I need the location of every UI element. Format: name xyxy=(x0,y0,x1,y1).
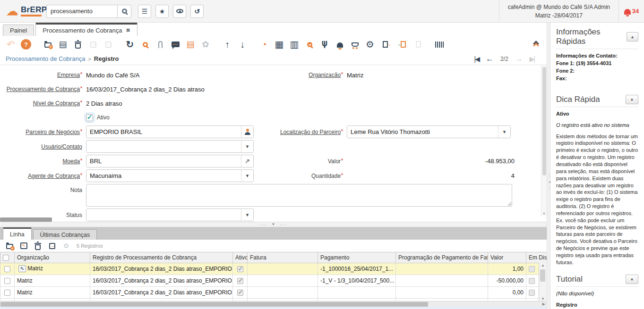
scrollbar-thumb[interactable] xyxy=(0,302,428,307)
collapse-section-button[interactable] xyxy=(626,95,638,104)
em-disputa-checkbox[interactable] xyxy=(529,278,535,284)
sidebar-splitter[interactable]: ⋮◂⋮ xyxy=(547,23,550,309)
print-button[interactable]: ▥ xyxy=(288,38,301,50)
undo-button[interactable]: ↶ xyxy=(5,38,17,50)
grid-edit-row-button[interactable]: ✎ xyxy=(19,241,28,251)
archive-button[interactable]: ▦ xyxy=(273,38,285,50)
row-edit-icon[interactable]: ✎ xyxy=(18,265,26,272)
row-checkbox[interactable] xyxy=(4,278,10,284)
workflow-button[interactable]: ⋔ xyxy=(318,38,331,50)
grid-delete-row-button[interactable] xyxy=(33,241,43,251)
col-ativo[interactable]: Ativo xyxy=(233,252,248,263)
agente-dropdown-button[interactable] xyxy=(241,170,253,182)
table-row[interactable]: Matriz 16/03/2017_Cobrança 2 dias_2 Dias… xyxy=(0,286,547,298)
logout-button[interactable] xyxy=(379,38,391,50)
status-dropdown-button[interactable] xyxy=(241,209,253,221)
scroll-down-icon[interactable]: ▼ xyxy=(542,212,546,215)
moeda-zoom-button[interactable] xyxy=(241,155,253,167)
grid-new-row-button[interactable] xyxy=(5,241,14,251)
delete-record-button[interactable] xyxy=(72,38,84,50)
export-doc-button[interactable] xyxy=(412,38,424,50)
ativo-cell-checkbox[interactable] xyxy=(237,278,243,284)
grid-save-row-button[interactable] xyxy=(47,241,57,251)
show-hide-button[interactable] xyxy=(173,5,186,18)
row-checkbox[interactable] xyxy=(4,290,10,296)
notifications-button[interactable] xyxy=(334,38,346,50)
scroll-right-icon[interactable]: ▶ xyxy=(542,302,545,306)
col-pagamento[interactable]: Pagamento xyxy=(318,252,396,263)
horizontal-splitter[interactable]: ··· ▼ ··· xyxy=(0,222,547,227)
customize-button[interactable]: ✿ xyxy=(199,38,212,50)
requests-button[interactable] xyxy=(349,38,361,50)
history-button[interactable]: ↺ xyxy=(190,5,204,18)
localizacao-input[interactable] xyxy=(347,126,498,138)
col-fatura[interactable]: Fatura xyxy=(248,252,318,263)
scroll-down-icon[interactable]: ▼ xyxy=(539,297,547,301)
parceiro-input[interactable] xyxy=(86,126,241,138)
save-button[interactable] xyxy=(87,38,99,50)
nota-input[interactable] xyxy=(86,184,512,207)
moeda-input[interactable] xyxy=(86,155,241,167)
breadcrumb-parent-link[interactable]: Processamento de Cobrança xyxy=(6,55,85,62)
brerp-logo[interactable]: ☁ BrERP xyxy=(0,6,45,17)
grid-vertical-scrollbar[interactable]: ▲ ▼ xyxy=(539,263,547,301)
select-all-checkbox[interactable] xyxy=(3,255,9,261)
parent-record-button[interactable]: ↑ xyxy=(221,38,233,50)
scrollbar-thumb[interactable] xyxy=(540,269,545,282)
table-row[interactable]: ✎ Matriz 16/03/2017_Cobrança 2 dias_2 Di… xyxy=(0,263,547,275)
tab-painel[interactable]: Painel xyxy=(3,25,34,36)
search-input[interactable] xyxy=(46,5,117,18)
previous-record-button[interactable]: ← xyxy=(486,54,494,64)
import-button[interactable] xyxy=(397,38,409,50)
col-registro[interactable]: Registro de Processamento de Cobrança xyxy=(90,252,233,263)
form-vertical-scrollbar[interactable]: ▼ xyxy=(541,65,547,216)
form-horizontal-scrollbar-thumb[interactable] xyxy=(0,217,52,222)
ativo-cell-checkbox[interactable] xyxy=(237,290,243,296)
close-tab-icon[interactable]: ✖ xyxy=(126,27,130,33)
new-record-button[interactable] xyxy=(42,38,54,50)
em-disputa-checkbox[interactable] xyxy=(529,266,535,272)
tab-ultimas-cobrancas[interactable]: Últimas Cobranças xyxy=(33,229,97,240)
ativo-cell-checkbox[interactable] xyxy=(237,266,243,272)
usuario-dropdown-button[interactable] xyxy=(241,141,253,152)
barcode-button[interactable] xyxy=(434,38,446,50)
collapse-section-button[interactable] xyxy=(626,275,638,284)
col-organizacao[interactable]: Organização xyxy=(15,252,90,263)
preferences-button[interactable]: ⚙ xyxy=(364,38,376,50)
save-create-button[interactable] xyxy=(102,38,114,50)
col-programacao[interactable]: Programação de Pagamento de Fatura xyxy=(396,252,488,263)
collapse-panel-button[interactable] xyxy=(534,42,542,48)
chart-button[interactable]: ◔ xyxy=(258,38,270,50)
record-log-button[interactable]: ▤ xyxy=(184,38,197,50)
grid-settings-button[interactable]: ⚙ xyxy=(61,241,71,251)
zoom-across-button[interactable] xyxy=(303,38,316,50)
ativo-checkbox[interactable] xyxy=(86,114,93,121)
last-record-button[interactable]: ▶| xyxy=(530,55,534,63)
chat-button[interactable] xyxy=(169,38,181,50)
scrollbar-thumb[interactable] xyxy=(542,67,546,175)
agente-input[interactable] xyxy=(86,170,241,182)
find-button[interactable] xyxy=(139,38,151,50)
tab-linha[interactable]: Linha xyxy=(3,227,32,240)
search-button[interactable] xyxy=(117,5,131,18)
select-all-header[interactable] xyxy=(0,252,15,263)
refresh-button[interactable]: ↻ xyxy=(124,38,136,50)
em-disputa-checkbox[interactable] xyxy=(529,290,535,296)
row-checkbox[interactable] xyxy=(4,266,10,272)
next-record-button[interactable]: → xyxy=(515,54,523,64)
col-em-disputa[interactable]: Em Disputa xyxy=(526,252,547,263)
status-input[interactable] xyxy=(86,209,241,221)
col-valor[interactable]: Valor xyxy=(488,252,526,263)
parceiro-lookup-button[interactable] xyxy=(241,126,253,138)
attachment-button[interactable] xyxy=(154,38,166,50)
notifications-badge[interactable]: 34 xyxy=(618,0,644,23)
first-record-button[interactable]: |◀ xyxy=(474,55,479,63)
tab-processamento-de-cobranca[interactable]: Processamento de Cobrança ✖ xyxy=(35,23,137,36)
favorites-button[interactable]: ★ xyxy=(155,5,169,18)
help-button[interactable]: ? xyxy=(20,38,32,50)
collapse-section-button[interactable] xyxy=(627,32,638,42)
localizacao-dropdown-button[interactable] xyxy=(498,126,510,138)
table-row[interactable]: Matriz 16/03/2017_Cobrança 2 dias_2 Dias… xyxy=(0,275,547,286)
scroll-up-icon[interactable]: ▲ xyxy=(539,263,547,267)
menu-button[interactable]: ☰ xyxy=(138,5,151,18)
